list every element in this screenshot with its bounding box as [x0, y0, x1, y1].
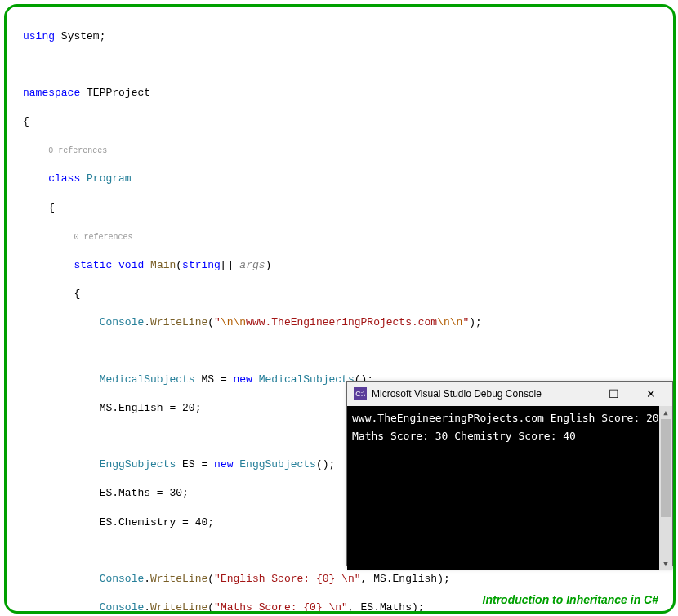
str-eng: "English Score: {0} \n" — [214, 573, 360, 585]
kw-void: void — [118, 259, 144, 271]
minimize-button[interactable]: — — [559, 382, 595, 406]
num-40: 40 — [195, 516, 208, 529]
kw-using: using — [23, 30, 55, 42]
kw-namespace: namespace — [23, 87, 80, 99]
var-ms: MS — [100, 402, 113, 414]
class-program: Program — [87, 172, 132, 185]
esc: \n\n — [221, 316, 246, 328]
window-titlebar[interactable]: C:\ Microsoft Visual Studio Debug Consol… — [347, 382, 672, 406]
scroll-thumb[interactable] — [661, 419, 671, 517]
num-30: 30 — [169, 487, 182, 499]
var-ms: MS — [201, 373, 214, 386]
writeline: WriteLine — [150, 316, 207, 328]
ref-count: 0 references — [48, 146, 107, 155]
debug-console-window[interactable]: C:\ Microsoft Visual Studio Debug Consol… — [346, 381, 673, 566]
prop-english: English — [118, 402, 163, 414]
screenshot-frame: using System; namespace TEPProject { 0 r… — [4, 4, 676, 614]
maximize-button[interactable]: ☐ — [595, 382, 632, 406]
console-line: English Score: 20 — [551, 412, 659, 424]
var-ms: MS — [373, 573, 386, 585]
writeline: WriteLine — [150, 573, 207, 585]
var-es: ES — [100, 487, 113, 499]
kw-string: string — [182, 259, 221, 271]
system: System — [61, 30, 100, 42]
console-class: Console — [100, 316, 145, 328]
console-line: Maths Score: 30 — [352, 430, 448, 442]
type-medical: MedicalSubjects — [100, 373, 195, 386]
param-args: args — [239, 259, 265, 271]
project-name: TEPProject — [87, 87, 150, 99]
type-engg: EnggSubjects — [100, 458, 176, 471]
prop-english: English — [393, 573, 438, 585]
caption-text: Introduction to Inheritance in C# — [483, 593, 658, 606]
writeline: WriteLine — [150, 601, 207, 614]
scroll-down-icon[interactable]: ▼ — [659, 557, 672, 570]
console-line: www.TheEngineeringPRojects.com — [352, 412, 544, 424]
kw-static: static — [74, 259, 112, 271]
var-es: ES — [182, 458, 195, 471]
method-main: Main — [150, 259, 176, 271]
console-output[interactable]: www.TheEngineeringPRojects.com English S… — [347, 406, 672, 570]
type-medical: MedicalSubjects — [259, 373, 355, 386]
esc: \n\n — [437, 316, 462, 328]
console-icon: C:\ — [354, 387, 367, 400]
prop-chem: Chemistry — [118, 516, 176, 529]
console-class: Console — [100, 601, 145, 614]
var-es: ES — [100, 516, 113, 529]
window-title: Microsoft Visual Studio Debug Console — [372, 388, 559, 400]
prop-maths: Maths — [118, 487, 150, 499]
url-string: www.TheEngineeringPRojects.com — [246, 316, 437, 328]
console-class: Console — [100, 573, 145, 585]
close-button[interactable]: ✕ — [632, 382, 669, 406]
console-line: Chemistry Score: 40 — [454, 430, 576, 442]
kw-new: new — [214, 458, 233, 471]
kw-new: new — [233, 373, 252, 386]
scroll-up-icon[interactable]: ▲ — [659, 406, 672, 419]
str-math: "Maths Score: {0} \n" — [214, 601, 348, 614]
ref-count: 0 references — [74, 233, 132, 242]
num-20: 20 — [182, 402, 195, 414]
prop-maths: Maths — [380, 601, 412, 614]
type-engg: EnggSubjects — [239, 458, 316, 471]
var-es: ES — [361, 601, 374, 614]
scrollbar[interactable]: ▲ ▼ — [659, 406, 672, 570]
kw-class: class — [48, 172, 80, 185]
